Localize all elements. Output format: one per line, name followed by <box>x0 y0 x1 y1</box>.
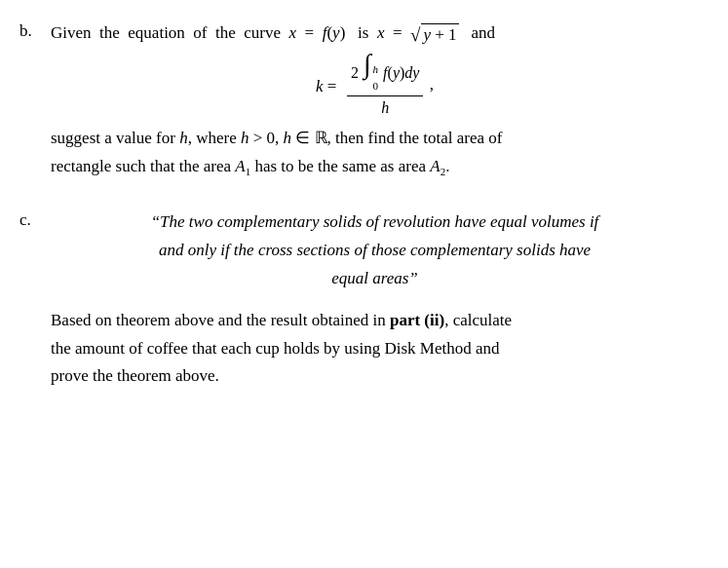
line1-is: is <box>350 23 377 42</box>
fraction-denominator: h <box>377 96 393 119</box>
var-h3: h <box>284 129 292 147</box>
quote-line3: equal areas” <box>51 265 699 293</box>
integral-upper: h <box>373 62 379 77</box>
k-var: k <box>316 75 324 98</box>
sqrt-symbol: √ <box>410 25 420 44</box>
question-b: b. Given the equation of the curve x = f… <box>19 19 699 181</box>
line1-and: and <box>463 23 495 42</box>
fraction-expr: 2 ∫ h 0 f(y)dy h <box>347 54 424 119</box>
bold-part-ii: part (ii) <box>390 311 444 329</box>
sub-1: 1 <box>246 166 251 177</box>
line1-x2: x <box>377 23 385 42</box>
line1-x-eq: x <box>289 23 297 42</box>
normal-text-block: Based on theorem above and the result ob… <box>51 307 699 392</box>
num-dy: dy <box>404 63 419 80</box>
text-line1: Based on theorem above and the result ob… <box>51 307 699 335</box>
formula-comma: , <box>430 75 434 94</box>
num-f: f <box>383 63 387 80</box>
text-line3: prove the theorem above. <box>51 362 699 391</box>
fraction-numerator: 2 ∫ h 0 f(y)dy <box>347 54 424 96</box>
k-label: k = <box>316 75 341 98</box>
num-y: y <box>393 63 400 80</box>
quote-line1: “The two complementary solids of revolut… <box>51 208 699 237</box>
integral-sign: ∫ <box>364 54 371 75</box>
line1-paren2: ) <box>340 23 346 42</box>
var-h2: h <box>241 129 249 147</box>
sqrt-y: y <box>423 25 431 44</box>
sqrt-expr: √ y + 1 <box>410 23 459 46</box>
line1-eq2: = <box>389 23 406 42</box>
integral-limits: h 0 <box>372 62 379 95</box>
label-c: c. <box>19 208 51 230</box>
denom-h: h <box>381 99 389 116</box>
quote-line2: and only if the cross sections of those … <box>51 237 699 265</box>
line2-text: suggest a value for h, where h > 0, h ∈ … <box>51 125 699 153</box>
text-line2: the amount of coffee that each cup holds… <box>51 335 699 363</box>
line1: Given the equation of the curve x = f(y)… <box>51 23 495 42</box>
label-b: b. <box>19 19 51 41</box>
var-a2: A <box>430 157 440 175</box>
content-b: Given the equation of the curve x = f(y)… <box>51 19 699 181</box>
integral-lower: 0 <box>373 79 379 94</box>
line1-y: y <box>332 23 340 42</box>
var-a1: A <box>235 157 245 175</box>
var-h-suggest: h <box>179 129 188 147</box>
question-c: c. “The two complementary solids of revo… <box>19 208 699 391</box>
line1-eq-sign: = <box>300 23 318 42</box>
line3-text: rectangle such that the area A1 has to b… <box>51 153 699 181</box>
formula-block: k = 2 ∫ h 0 f(y)dy h <box>51 54 699 119</box>
content-c: “The two complementary solids of revolut… <box>51 208 699 391</box>
sqrt-content: y + 1 <box>421 23 458 46</box>
integral-expr: ∫ h 0 <box>363 54 379 95</box>
sub-2: 2 <box>441 166 446 177</box>
quote-block: “The two complementary solids of revolut… <box>51 208 699 293</box>
line1-text-pre: Given the equation of the curve <box>51 23 285 42</box>
